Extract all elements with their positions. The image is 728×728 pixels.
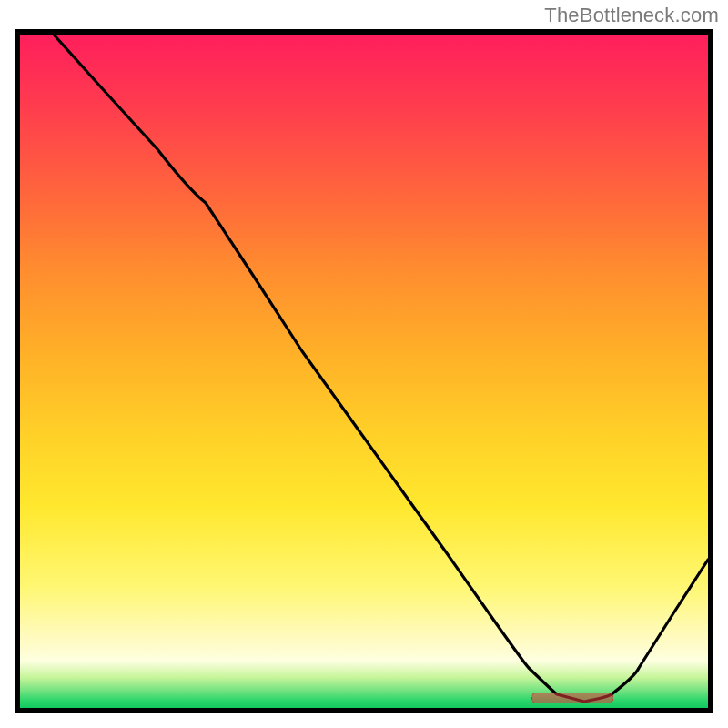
- bottleneck-curve: [54, 35, 708, 702]
- chart-stage: TheBottleneck.com: [0, 0, 728, 728]
- minimum-marker: [531, 693, 613, 703]
- curve-layer: [20, 35, 708, 708]
- watermark-text: TheBottleneck.com: [544, 4, 719, 27]
- plot-frame: [15, 29, 713, 713]
